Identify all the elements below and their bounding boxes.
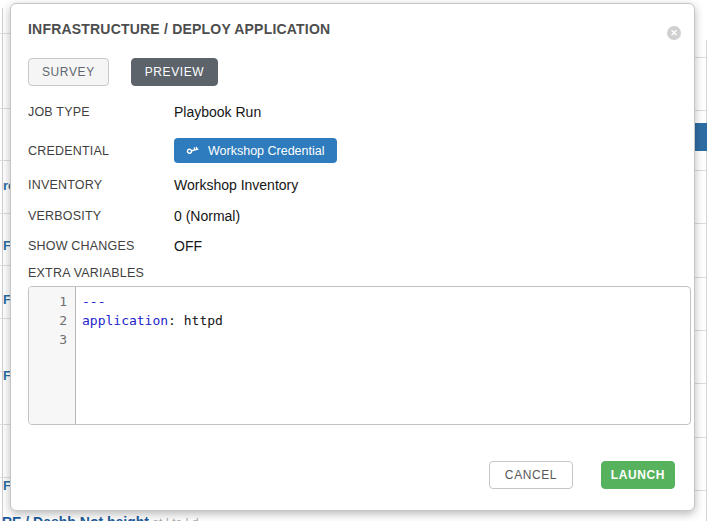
inventory-label: INVENTORY (28, 178, 174, 192)
modal-title: INFRASTRUCTURE / DEPLOY APPLICATION (28, 21, 677, 38)
line-number: 3 (29, 330, 67, 349)
line-number: 2 (29, 311, 67, 330)
launch-button[interactable]: LAUNCH (601, 461, 675, 489)
verbosity-label: VERBOSITY (28, 209, 174, 223)
background-row-line (695, 383, 706, 384)
key-icon (186, 144, 199, 157)
background-row-line (695, 170, 706, 171)
job-details: JOB TYPE Playbook Run CREDENTIAL Worksho… (28, 104, 677, 425)
background-row-line (0, 318, 10, 319)
tab-preview[interactable]: PREVIEW (131, 58, 219, 86)
background-row-line (695, 437, 706, 438)
background-row-line (695, 277, 706, 278)
field-row-credential: CREDENTIAL Workshop Credential (28, 138, 677, 163)
cancel-button[interactable]: CANCEL (489, 461, 573, 489)
background-clipped-text: RE / Dashb Not height at | te | d (2, 514, 422, 521)
background-row-line (0, 213, 10, 214)
cancel-button-label: CANCEL (505, 468, 557, 482)
show-changes-label: SHOW CHANGES (28, 239, 174, 253)
line-number: 1 (29, 292, 67, 311)
tab-survey[interactable]: SURVEY (28, 58, 109, 86)
code-line-2: application: httpd (82, 311, 690, 330)
field-row-job-type: JOB TYPE Playbook Run (28, 104, 677, 120)
tab-preview-label: PREVIEW (145, 65, 205, 79)
credential-label: CREDENTIAL (28, 144, 174, 158)
background-row-line (695, 490, 706, 491)
tab-survey-label: SURVEY (42, 65, 95, 79)
background-row-line (695, 330, 706, 331)
editor-code-area[interactable]: ---application: httpd​ (76, 287, 690, 424)
field-row-verbosity: VERBOSITY 0 (Normal) (28, 208, 677, 224)
tab-bar: SURVEY PREVIEW (28, 58, 677, 86)
extra-variables-editor[interactable]: 1 2 3 ---application: httpd​ (28, 286, 691, 425)
background-row-line (695, 110, 706, 111)
extra-variables-label: EXTRA VARIABLES (28, 266, 677, 280)
background-row-line (695, 223, 706, 224)
job-type-label: JOB TYPE (28, 105, 174, 119)
modal-footer: CANCEL LAUNCH (489, 461, 675, 489)
show-changes-value: OFF (174, 238, 202, 254)
background-row-line (0, 33, 10, 34)
background-row-line (0, 160, 10, 161)
field-row-show-changes: SHOW CHANGES OFF (28, 238, 677, 254)
verbosity-value: 0 (Normal) (174, 208, 240, 224)
field-row-inventory: INVENTORY Workshop Inventory (28, 177, 677, 193)
job-type-value: Playbook Run (174, 104, 261, 120)
credential-chip[interactable]: Workshop Credential (174, 138, 337, 163)
background-row-line (0, 108, 10, 109)
inventory-value: Workshop Inventory (174, 177, 298, 193)
background-row-line (695, 57, 706, 58)
deploy-application-modal: INFRASTRUCTURE / DEPLOY APPLICATION ✕ SU… (10, 3, 695, 511)
launch-button-label: LAUNCH (611, 468, 665, 482)
code-line-3: ​ (82, 330, 690, 349)
code-line-1: --- (82, 292, 690, 311)
background-row-line (0, 424, 10, 425)
background-row-line (0, 265, 10, 266)
editor-line-number-gutter: 1 2 3 (29, 287, 76, 424)
close-icon[interactable]: ✕ (667, 26, 681, 40)
credential-chip-label: Workshop Credential (208, 144, 325, 158)
background-highlighted-cell (695, 123, 707, 151)
